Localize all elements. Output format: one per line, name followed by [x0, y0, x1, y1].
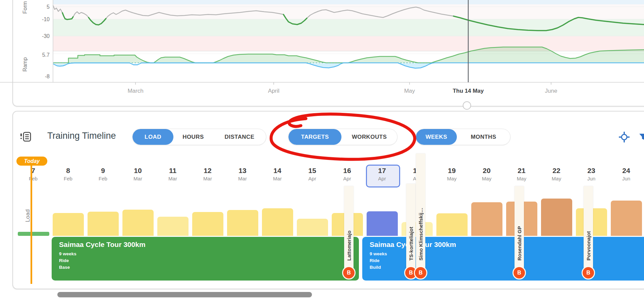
load-bar-week-11[interactable] [157, 217, 189, 236]
race-ribbon: TS-kortteliajot [406, 184, 416, 273]
filter-icon[interactable] [639, 132, 644, 141]
load-axis-label: Load [24, 206, 31, 226]
toggle-targets[interactable]: TARGETS [288, 129, 341, 145]
race-category-badge[interactable]: B [582, 266, 595, 280]
week-header-17[interactable]: 17Apr [365, 167, 399, 181]
week-month: Jun [574, 176, 609, 181]
form-axis-label: Form [22, 1, 28, 13]
race-name-label: Porvoonajot [586, 231, 591, 261]
plan-block-duration: 9 weeks [59, 251, 359, 257]
week-header-16[interactable]: 16Apr [330, 167, 365, 181]
plan-block-sport: Ride [59, 257, 359, 264]
week-header-15[interactable]: 15Apr [295, 167, 330, 181]
plan-block-title: Saimaa Cycle Tour 300km [59, 241, 359, 249]
race-ribbon: Simo Klimscheffskij… [416, 154, 425, 273]
week-number: 11 [155, 167, 190, 175]
load-bar-week-20[interactable] [471, 202, 502, 236]
load-bar-week-10[interactable] [122, 210, 154, 236]
week-month: Mar [155, 176, 190, 181]
week-number: 10 [120, 167, 155, 175]
load-bar-week-12[interactable] [192, 212, 223, 236]
form-zone-band [53, 19, 644, 36]
week-number: 21 [504, 167, 539, 175]
plan-block-phase: Base [59, 264, 359, 271]
load-bar-week-22[interactable] [541, 199, 572, 236]
week-header-21[interactable]: 21May [504, 167, 539, 181]
race-ribbon: Lattomeriajo [344, 186, 354, 273]
svg-text:-30: -30 [42, 33, 50, 39]
ramp-blue-area [53, 63, 644, 68]
week-month: May [504, 176, 539, 181]
toggle-workouts[interactable]: WORKOUTS [341, 129, 397, 145]
week-month: Apr [365, 176, 399, 181]
plan-block-base[interactable]: Saimaa Cycle Tour 300km9 weeksRideBase [52, 237, 359, 281]
crosshair-target-icon[interactable] [619, 132, 630, 142]
load-bar-week-9[interactable] [88, 212, 119, 236]
toggle-group-view: TARGETSWORKOUTS [288, 129, 397, 145]
week-number: 16 [330, 167, 365, 175]
load-bar-week-13[interactable] [227, 210, 258, 236]
race-ribbon: Porvoonajot [584, 186, 593, 273]
race-category-badge[interactable]: B [513, 266, 526, 280]
week-header-20[interactable]: 20May [469, 167, 504, 181]
chart-slider-handle[interactable] [463, 102, 471, 110]
week-header-19[interactable]: 19May [434, 167, 469, 181]
performance-chart: 5-10-305.7-8FormRampMarchAprilMayJuneThu… [0, 0, 644, 111]
week-month: Mar [225, 176, 260, 181]
load-bar-week-24[interactable] [611, 201, 642, 236]
week-header-10[interactable]: 10Mar [120, 167, 155, 181]
load-bar-week-7[interactable] [18, 232, 49, 236]
training-timeline-panel: Training Timeline LOADHOURSDISTANCETARGE… [12, 111, 644, 289]
toggle-load[interactable]: LOAD [132, 129, 173, 145]
today-badge: Today [16, 157, 47, 166]
race-name-label: Lattomeriajo [346, 230, 352, 261]
load-bar-week-17[interactable] [367, 211, 398, 236]
toggle-months[interactable]: MONTHS [457, 129, 510, 145]
race-category-badge[interactable]: B [342, 266, 356, 280]
horizontal-scrollbar[interactable] [57, 292, 312, 297]
month-tick-label: May [404, 88, 415, 94]
week-month: May [469, 176, 504, 181]
week-month: Mar [120, 176, 155, 181]
race-name-label: Simo Klimscheffskij… [418, 208, 424, 261]
week-header-12[interactable]: 12Mar [190, 167, 225, 181]
toggle-hours[interactable]: HOURS [173, 129, 213, 145]
week-header-13[interactable]: 13Mar [225, 167, 260, 181]
month-tick-label: March [127, 88, 143, 94]
load-bar-week-14[interactable] [262, 208, 293, 236]
week-header-11[interactable]: 11Mar [155, 167, 190, 181]
week-month: Mar [190, 176, 225, 181]
timeline-list-icon [20, 131, 32, 142]
month-tick-label: April [268, 88, 279, 94]
week-header-8[interactable]: 8Feb [51, 167, 86, 181]
load-bar-week-8[interactable] [53, 213, 84, 236]
week-number: 8 [51, 167, 86, 175]
race-category-badge[interactable]: B [414, 266, 427, 280]
week-number: 24 [609, 167, 644, 175]
week-header-7[interactable]: 7Feb [16, 167, 51, 181]
week-month: Feb [86, 176, 120, 181]
ramp-axis-label: Ramp [22, 57, 28, 72]
week-number: 7 [16, 167, 51, 175]
toggle-group-scale: WEEKSMONTHS [416, 129, 511, 145]
load-bar-week-19[interactable] [436, 213, 468, 236]
form-zone-band [53, 0, 644, 4]
toggle-distance[interactable]: DISTANCE [213, 129, 266, 145]
week-month: Apr [295, 176, 330, 181]
svg-text:5: 5 [47, 4, 50, 10]
toggle-weeks[interactable]: WEEKS [416, 129, 457, 145]
week-header-23[interactable]: 23Jun [574, 167, 609, 181]
week-header-14[interactable]: 14Mar [260, 167, 295, 181]
cursor-date-label: Thu 14 May [453, 88, 484, 94]
load-bar-week-15[interactable] [297, 219, 328, 236]
week-number: 17 [365, 167, 399, 175]
month-tick-label: June [545, 88, 557, 94]
week-header-9[interactable]: 9Feb [86, 167, 120, 181]
week-number: 13 [225, 167, 260, 175]
week-number: 9 [86, 167, 120, 175]
week-number: 12 [190, 167, 225, 175]
week-header-24[interactable]: 24Jun [609, 167, 644, 181]
app-page: 5-10-305.7-8FormRampMarchAprilMayJuneThu… [0, 0, 644, 298]
week-header-22[interactable]: 22May [539, 167, 574, 181]
week-number: 14 [260, 167, 295, 175]
